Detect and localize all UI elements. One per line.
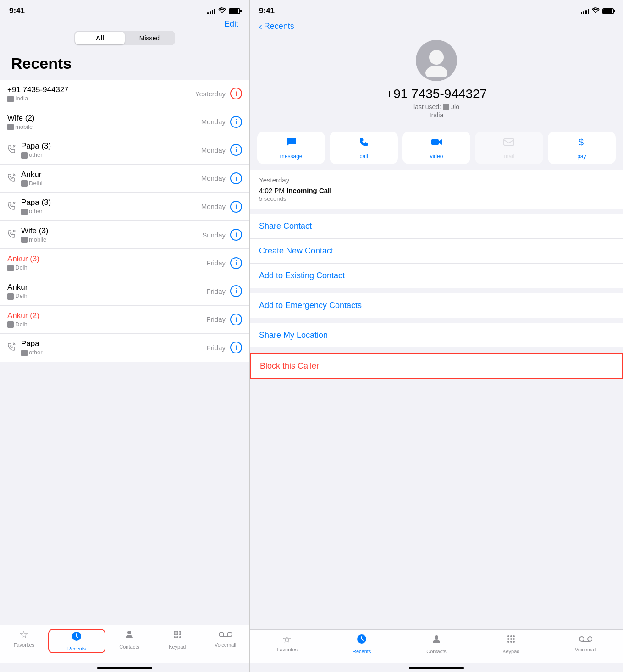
svg-text:$: $: [579, 137, 584, 147]
right-wifi-icon: [592, 7, 600, 15]
call-item-3[interactable]: Ankur Delhi Monday i: [0, 165, 249, 193]
call-item-left-7: Ankur Delhi: [7, 283, 29, 300]
signal-bars-icon: [207, 8, 215, 14]
recents-icon-right: [356, 633, 367, 647]
info-button-5[interactable]: i: [230, 229, 242, 241]
call-button[interactable]: call: [330, 132, 397, 164]
call-item-5[interactable]: Wife (3) mobile Sunday i: [0, 221, 249, 249]
svg-point-21: [507, 635, 509, 637]
call-item-left-9: Papa other: [7, 339, 43, 356]
svg-point-8: [174, 636, 176, 638]
call-item-right-7: Friday i: [206, 285, 242, 297]
left-top-row: Edit: [9, 19, 240, 29]
call-name-2: Papa (3): [21, 142, 51, 151]
segment-all[interactable]: All: [75, 32, 125, 44]
phone-arrow-icon-5: [7, 230, 17, 240]
call-item-right-9: Friday i: [206, 342, 242, 353]
phone-arrow-icon-2: [7, 145, 17, 155]
svg-point-11: [219, 632, 224, 637]
add-to-emergency-button[interactable]: Add to Emergency Contacts: [250, 293, 623, 318]
phone-arrow-icon-4: [7, 202, 17, 212]
tab-keypad-label-left: Keypad: [169, 644, 186, 650]
share-location-button[interactable]: Share My Location: [250, 323, 623, 347]
share-location-label: Share My Location: [259, 330, 328, 340]
info-button-7[interactable]: i: [230, 285, 242, 297]
add-to-emergency-label: Add to Emergency Contacts: [259, 301, 362, 310]
right-status-time: 9:41: [259, 6, 275, 16]
left-status-bar: 9:41: [0, 0, 249, 19]
tab-recents-left[interactable]: Recents: [48, 629, 105, 653]
pay-button[interactable]: $ pay: [548, 132, 616, 164]
action-list-2: Add to Emergency Contacts: [250, 293, 623, 318]
call-item-2[interactable]: Papa (3) other Monday i: [0, 136, 249, 165]
call-item-4[interactable]: Papa (3) other Monday i: [0, 193, 249, 221]
call-item-1[interactable]: Wife (2) mobile Monday i: [0, 108, 249, 137]
call-day-0: Yesterday: [195, 90, 226, 98]
tab-contacts-left[interactable]: Contacts: [105, 629, 154, 654]
add-to-existing-contact-button[interactable]: Add to Existing Contact: [250, 264, 623, 288]
svg-point-29: [513, 641, 515, 643]
carrier-icon-0: [7, 96, 14, 102]
battery-icon: [229, 8, 240, 14]
left-status-icons: [207, 7, 240, 15]
tab-voicemail-right[interactable]: Voicemail: [548, 633, 623, 654]
info-button-3[interactable]: i: [230, 172, 242, 184]
carrier-icon-8: [7, 321, 14, 328]
call-list: +91 7435-944327 India Yesterday i Wife (…: [0, 80, 249, 625]
carrier-icon-9: [21, 350, 28, 356]
tab-favorites-right[interactable]: ☆ Favorites: [250, 633, 325, 654]
svg-point-10: [179, 636, 181, 638]
call-name-3: Ankur: [21, 170, 43, 179]
svg-point-9: [176, 636, 178, 638]
call-item-right-5: Sunday i: [202, 229, 242, 241]
svg-point-20: [435, 635, 438, 639]
svg-point-12: [227, 632, 232, 637]
mail-button[interactable]: mail: [475, 132, 543, 164]
call-item-right-0: Yesterday i: [195, 88, 242, 99]
create-new-contact-label: Create New Contact: [259, 246, 333, 255]
block-caller-button[interactable]: Block this Caller: [251, 354, 622, 378]
info-button-4[interactable]: i: [230, 201, 242, 213]
info-button-6[interactable]: i: [230, 257, 242, 269]
create-new-contact-button[interactable]: Create New Contact: [250, 239, 623, 264]
block-caller-container: Block this Caller: [250, 353, 623, 379]
spacer: [250, 385, 623, 629]
message-button[interactable]: message: [257, 132, 325, 164]
carrier-icon-3: [21, 180, 28, 187]
svg-point-28: [510, 641, 512, 643]
tab-recents-right[interactable]: Recents: [325, 633, 399, 654]
back-button[interactable]: ‹ Recents: [259, 21, 614, 32]
svg-point-1: [127, 631, 131, 634]
info-button-2[interactable]: i: [230, 144, 242, 156]
call-item-9[interactable]: Papa other Friday i: [0, 334, 249, 362]
contact-country: India: [430, 111, 443, 119]
tab-favorites-left[interactable]: ☆ Favorites: [0, 629, 48, 654]
call-item-6[interactable]: Ankur (3) Delhi Friday i: [0, 249, 249, 277]
tab-contacts-right[interactable]: Contacts: [399, 633, 474, 654]
left-header: Edit All Missed Recents: [0, 19, 249, 80]
call-item-0[interactable]: +91 7435-944327 India Yesterday i: [0, 80, 249, 108]
info-button-1[interactable]: i: [230, 116, 242, 128]
contacts-icon-right: [431, 633, 442, 647]
call-item-right-1: Monday i: [201, 116, 242, 128]
left-screen: 9:41 Edit: [0, 0, 250, 672]
tab-voicemail-left[interactable]: Voicemail: [201, 629, 249, 654]
tab-keypad-left[interactable]: Keypad: [153, 629, 201, 654]
segment-control[interactable]: All Missed: [74, 31, 175, 45]
home-indicator-right: [409, 667, 464, 669]
call-item-8[interactable]: Ankur (2) Delhi Friday i: [0, 306, 249, 334]
edit-button[interactable]: Edit: [224, 19, 238, 29]
info-button-9[interactable]: i: [230, 342, 242, 353]
segment-missed[interactable]: Missed: [125, 32, 174, 44]
block-caller-label: Block this Caller: [260, 361, 319, 370]
call-sub-5: mobile: [21, 236, 49, 243]
carrier-icon-4: [21, 209, 28, 215]
call-item-7[interactable]: Ankur Delhi Friday i: [0, 277, 249, 306]
svg-point-24: [507, 638, 509, 640]
call-item-right-8: Friday i: [206, 314, 242, 325]
video-button[interactable]: video: [402, 132, 470, 164]
info-button-8[interactable]: i: [230, 314, 242, 325]
tab-keypad-right[interactable]: Keypad: [474, 633, 548, 654]
info-button-0[interactable]: i: [230, 88, 242, 99]
share-contact-button[interactable]: Share Contact: [250, 214, 623, 239]
